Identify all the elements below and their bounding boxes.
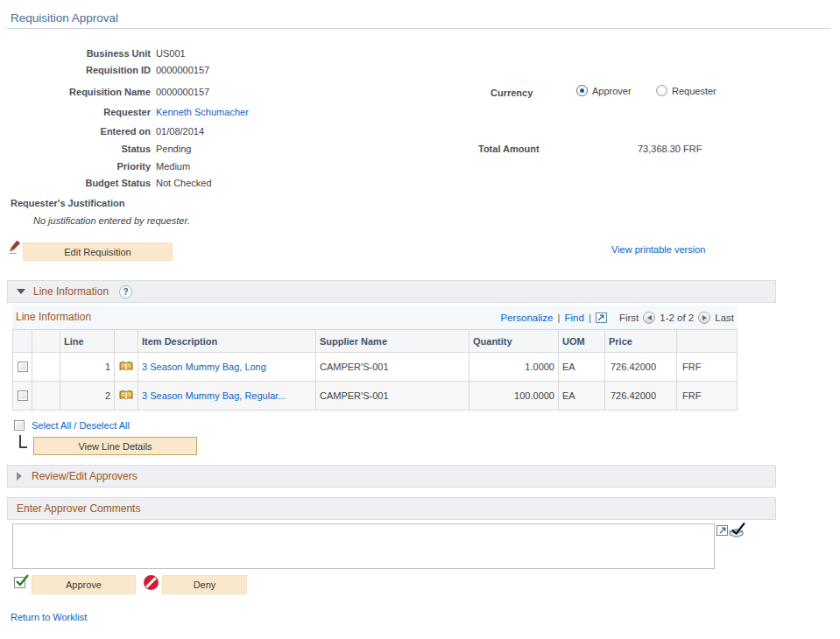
pager-first-label[interactable]: First: [619, 312, 639, 323]
field-row-requester: Requester Kenneth Schumacher: [11, 107, 501, 121]
select-all-link[interactable]: Select All / Deselect All: [32, 420, 130, 431]
cell-icon: [115, 353, 138, 382]
field-row-budget-status: Budget Status Not Checked: [11, 178, 501, 192]
field-label: Business Unit: [11, 48, 151, 59]
col-header-item: Item Description: [138, 330, 316, 353]
section-title: Line Information: [33, 285, 109, 298]
total-amount-value: 73,368.30 FRF: [638, 144, 702, 154]
page-title: Requisition Approval: [11, 11, 118, 25]
field-value: US001: [156, 48, 186, 59]
personalize-link[interactable]: Personalize: [500, 312, 553, 323]
field-value: Medium: [156, 161, 190, 172]
cell-price: 726.42000: [605, 382, 677, 411]
requisition-approval-page: Requisition Approval Business Unit US001…: [0, 0, 840, 639]
expand-comments-icon[interactable]: [716, 525, 728, 536]
field-label: Requester: [11, 107, 151, 117]
col-header-currency: [677, 330, 738, 353]
currency-requester-radio[interactable]: Requester: [656, 85, 716, 96]
col-header-qty: Quantity: [469, 330, 559, 353]
field-label: Entered on: [11, 126, 151, 137]
field-row-priority: Priority Medium: [11, 161, 501, 175]
cell-qty: 100.0000: [469, 382, 559, 411]
expand-triangle-icon[interactable]: [17, 472, 22, 481]
title-divider: [7, 28, 830, 29]
col-header-line: Line: [60, 330, 115, 353]
enter-approver-comments-section-header: Enter Approver Comments: [7, 497, 776, 520]
row-checkbox-cell: [13, 382, 32, 411]
justification-heading: Requester's Justification: [11, 198, 124, 208]
approver-comments-textarea[interactable]: [12, 523, 715, 569]
approve-button[interactable]: Approve: [32, 575, 136, 594]
deny-button[interactable]: Deny: [162, 575, 247, 594]
item-description-link[interactable]: 3 Season Mummy Bag, Regular...: [142, 390, 286, 401]
cell-currency: FRF: [677, 353, 738, 382]
cell-uom: EA: [559, 353, 605, 382]
view-printable-version-link[interactable]: View printable version: [611, 244, 705, 255]
review-edit-approvers-section-header[interactable]: Review/Edit Approvers: [7, 465, 776, 488]
cell-item: 3 Season Mummy Bag, Regular...: [138, 382, 316, 411]
field-label: Budget Status: [11, 178, 151, 188]
collapse-triangle-icon[interactable]: [17, 289, 25, 294]
cell-supplier: CAMPER'S-001: [316, 353, 469, 382]
field-label: Status: [11, 144, 151, 154]
grid-caption-bar: Line Information Personalize | Find | Fi…: [12, 305, 737, 329]
col-header-supplier: Supplier Name: [316, 330, 469, 353]
grid-caption: Line Information: [16, 311, 91, 323]
row-select-checkbox[interactable]: [18, 390, 28, 401]
pager-next-button[interactable]: [698, 312, 710, 324]
radio-label: Requester: [672, 86, 716, 96]
cell-item: 3 Season Mummy Bag, Long: [138, 353, 316, 382]
line-information-section-header[interactable]: Line Information ?: [7, 280, 776, 303]
requester-link[interactable]: Kenneth Schumacher: [156, 107, 249, 117]
cell-supplier: CAMPER'S-001: [316, 382, 469, 411]
pager-prev-button[interactable]: [643, 312, 655, 324]
field-value: 0000000157: [156, 87, 209, 97]
col-header-select: [13, 330, 32, 353]
currency-approver-radio[interactable]: Approver: [576, 85, 632, 96]
pager-last-label[interactable]: Last: [715, 312, 734, 323]
view-line-details-button[interactable]: View Line Details: [33, 437, 197, 455]
approve-check-icon: [14, 577, 25, 588]
item-detail-book-icon[interactable]: [119, 361, 133, 374]
find-link[interactable]: Find: [565, 312, 584, 323]
l-bracket-connector: [19, 435, 27, 448]
return-to-worklist-link[interactable]: Return to Worklist: [11, 612, 87, 622]
item-detail-book-icon[interactable]: [119, 390, 133, 403]
field-value: Not Checked: [156, 178, 212, 188]
cell-icon: [115, 382, 138, 411]
justification-text: No justification entered by requester.: [33, 215, 190, 226]
currency-label: Currency: [491, 88, 533, 98]
spell-check-icon[interactable]: [728, 522, 746, 541]
row-checkbox-cell: [13, 353, 32, 382]
next-arrow-icon: [702, 315, 707, 320]
section-title: Enter Approver Comments: [17, 502, 140, 515]
field-row-status: Status Pending: [11, 144, 501, 158]
item-description-link[interactable]: 3 Season Mummy Bag, Long: [142, 362, 266, 372]
row-blank-cell: [32, 353, 60, 382]
field-row-requisition-name: Requisition Name 0000000157: [11, 87, 501, 101]
deny-icon: [144, 575, 159, 590]
field-label: Requisition Name: [11, 87, 151, 97]
pager-range: 1-2 of 2: [660, 312, 694, 323]
edit-pencil-icon: [9, 240, 21, 256]
zoom-grid-icon[interactable]: [596, 312, 607, 323]
toolbar-separator: |: [558, 312, 561, 323]
radio-button-icon[interactable]: [576, 85, 588, 96]
col-header-icon: [115, 330, 138, 353]
cell-line: 1: [60, 353, 115, 382]
cell-line: 2: [60, 382, 115, 411]
field-row-requisition-id: Requisition ID 0000000157: [11, 65, 501, 79]
col-header-blank: [32, 330, 60, 353]
radio-button-icon[interactable]: [656, 85, 667, 96]
field-label: Priority: [11, 161, 151, 172]
row-select-checkbox[interactable]: [18, 362, 28, 372]
select-all-checkbox[interactable]: [14, 420, 25, 431]
help-icon[interactable]: ?: [119, 285, 132, 298]
cell-currency: FRF: [677, 382, 738, 411]
toolbar-separator: |: [589, 312, 591, 323]
field-value: 01/08/2014: [156, 126, 204, 137]
edit-requisition-button[interactable]: Edit Requisition: [23, 242, 173, 261]
line-table: Line Item Description Supplier Name Quan…: [12, 329, 738, 411]
field-value: 0000000157: [156, 65, 209, 75]
field-row-entered-on: Entered on 01/08/2014: [11, 126, 501, 140]
